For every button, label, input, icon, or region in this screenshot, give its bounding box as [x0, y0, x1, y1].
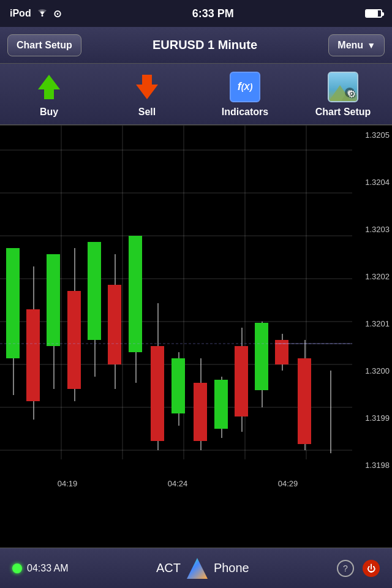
- chart-setup-button[interactable]: Chart Setup: [7, 34, 81, 56]
- chart-setup-toolbar-button[interactable]: ⚙ Chart Setup: [306, 71, 380, 118]
- nav-title: EURUSD 1 Minute: [153, 38, 257, 52]
- status-right: [365, 9, 382, 18]
- connection-dot: [12, 564, 22, 573]
- price-4: 1.3202: [355, 272, 392, 281]
- bottom-time: 04:33 AM: [27, 563, 69, 574]
- svg-marker-2: [136, 75, 158, 99]
- fx-icon: f(X): [229, 71, 261, 103]
- phone-text: Phone: [214, 561, 249, 575]
- time-display: 6:33 PM: [192, 7, 234, 20]
- bottom-icons: ? ⏻: [337, 560, 380, 577]
- svg-rect-32: [88, 242, 101, 340]
- price-6: 1.3200: [355, 366, 392, 375]
- buy-button[interactable]: Buy: [12, 71, 86, 118]
- svg-point-0: [41, 15, 43, 17]
- status-bar: iPod ⊙ 6:33 PM: [0, 0, 392, 27]
- time-3: 04:29: [278, 479, 298, 488]
- candlestick-chart: [0, 126, 355, 475]
- nav-bar: Chart Setup EURUSD 1 Minute Menu ▼: [0, 27, 392, 64]
- chart-setup-icon: ⚙: [327, 71, 359, 103]
- help-label: ?: [343, 564, 348, 573]
- price-1: 1.3205: [355, 130, 392, 140]
- buy-arrow-icon: [33, 71, 65, 103]
- act-text: ACT: [156, 561, 181, 575]
- spinner-icon: ⊙: [53, 8, 61, 20]
- chart-area: 1.3205 1.3204 1.3203 1.3202 1.3201 1.320…: [0, 125, 392, 492]
- indicators-button[interactable]: f(X) Indicators: [208, 71, 282, 118]
- chart-setup-label: Chart Setup: [17, 40, 72, 51]
- act-triangle-icon: [186, 557, 209, 580]
- svg-rect-24: [6, 248, 20, 358]
- svg-rect-34: [108, 285, 121, 364]
- time-labels: 04:19 04:24 04:29: [0, 474, 355, 492]
- chart-setup-toolbar-label: Chart Setup: [315, 107, 371, 118]
- price-labels: 1.3205 1.3204 1.3203 1.3202 1.3201 1.320…: [355, 126, 392, 475]
- carrier-label: iPod: [10, 8, 31, 19]
- svg-point-6: [345, 88, 355, 97]
- power-button[interactable]: ⏻: [363, 560, 380, 577]
- svg-rect-38: [151, 346, 164, 441]
- svg-rect-28: [47, 254, 60, 346]
- toolbar: Buy Sell f(X) Indicators: [0, 64, 392, 125]
- price-7: 1.3199: [355, 413, 392, 423]
- bottom-bar: 04:33 AM ACT Phone ? ⏻: [0, 548, 392, 588]
- battery-icon: [365, 9, 382, 18]
- chevron-down-icon: ▼: [367, 40, 375, 50]
- menu-button[interactable]: Menu ▼: [328, 34, 385, 56]
- svg-rect-40: [172, 358, 185, 413]
- time-1: 04:19: [58, 479, 78, 488]
- sell-button[interactable]: Sell: [110, 71, 184, 118]
- svg-rect-46: [235, 346, 248, 417]
- svg-point-7: [347, 90, 352, 95]
- svg-marker-1: [38, 75, 60, 99]
- price-2: 1.3204: [355, 178, 392, 187]
- menu-label: Menu: [337, 40, 363, 51]
- svg-rect-30: [67, 291, 81, 389]
- wifi-icon: [36, 7, 48, 20]
- price-8: 1.3198: [355, 461, 392, 470]
- price-5: 1.3201: [355, 319, 392, 328]
- buy-label: Buy: [40, 107, 58, 118]
- svg-rect-42: [194, 383, 207, 441]
- connection-status: 04:33 AM: [12, 563, 69, 574]
- price-3: 1.3203: [355, 225, 392, 234]
- svg-marker-56: [187, 558, 208, 579]
- act-logo: ACT Phone: [156, 557, 249, 580]
- indicators-label: Indicators: [222, 107, 268, 118]
- sell-arrow-icon: [131, 71, 163, 103]
- svg-rect-26: [26, 309, 40, 401]
- svg-rect-36: [129, 236, 142, 352]
- svg-rect-48: [255, 323, 268, 390]
- time-2: 04:24: [168, 479, 188, 488]
- sell-label: Sell: [138, 107, 156, 118]
- svg-rect-44: [214, 380, 228, 429]
- help-button[interactable]: ?: [337, 560, 354, 577]
- svg-text:⚙: ⚙: [347, 89, 353, 96]
- status-left: iPod ⊙: [10, 7, 61, 20]
- power-icon: ⏻: [367, 564, 375, 573]
- svg-rect-53: [298, 358, 311, 444]
